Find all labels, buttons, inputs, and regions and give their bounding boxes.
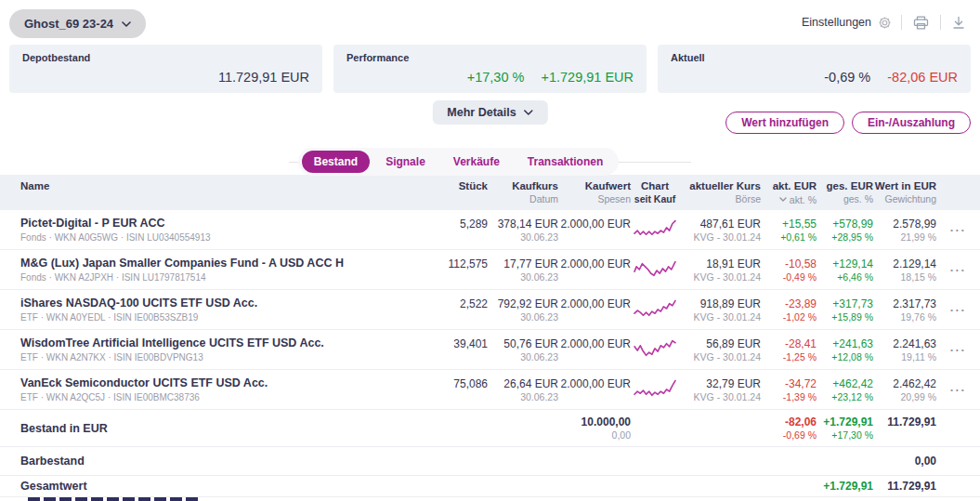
separator: [901, 15, 902, 30]
wert-value: 2.129,14: [873, 257, 936, 271]
chevron-down-icon: [122, 21, 131, 27]
settings-label: Einstellungen: [802, 16, 871, 29]
divider: [619, 162, 691, 163]
row-menu-icon[interactable]: ···: [936, 263, 980, 277]
tab-bestand[interactable]: Bestand: [302, 151, 370, 173]
instrument-name[interactable]: Pictet-Digital - P EUR ACC: [20, 216, 389, 231]
instrument-name[interactable]: M&G (Lux) Japan Smaller Companies Fund -…: [20, 256, 389, 270]
kauf-datum: 30.06.23: [488, 391, 558, 403]
sparkline-chart: [634, 258, 676, 281]
totals-label: Bestand in EUR: [0, 422, 389, 435]
kauf-datum: 30.06.23: [488, 351, 558, 363]
table-row[interactable]: M&G (Lux) Japan Smaller Companies Fund -…: [0, 250, 980, 290]
sort-akt-pct-button[interactable]: akt. %: [779, 194, 817, 205]
printer-icon: [913, 16, 929, 30]
sort-chevron-icon: [779, 197, 787, 202]
add-value-button[interactable]: Wert hinzufügen: [725, 112, 844, 134]
instrument-name[interactable]: WisdomTree Artificial Intelligence UCITS…: [20, 336, 389, 350]
boerse-value: KVG - 30.01.24: [679, 231, 761, 244]
boerse-value: KVG - 30.01.24: [679, 391, 761, 403]
ges-eur-value: +129,14: [817, 257, 873, 271]
ges-pct-value: +23,12 %: [817, 391, 873, 403]
total-wert: 11.729,91: [873, 415, 936, 429]
gewichtung-value: 19,76 %: [873, 311, 936, 323]
tab-verkaeufe[interactable]: Verkäufe: [441, 151, 512, 173]
totals-row-barbestand: Barbestand 0,00: [0, 447, 980, 476]
boerse-value: KVG - 30.01.24: [679, 271, 761, 283]
kaufwert-value: 2.000,00 EUR: [558, 297, 631, 311]
gewichtung-value: 19,11 %: [873, 351, 936, 363]
kurs-value: 487,61 EUR: [679, 217, 761, 231]
totals-label: Barbestand: [0, 455, 389, 468]
akt-eur-value: -23,89: [761, 297, 817, 311]
clipped-section-fragment: [28, 497, 199, 501]
total-kaufwert: 10.000,00: [558, 415, 631, 429]
instrument-name[interactable]: VanEck Semiconductor UCITS ETF USD Acc.: [20, 376, 389, 390]
more-details-button[interactable]: Mehr Details: [432, 100, 547, 125]
totals-row-bestand: Bestand in EUR 10.000,000,00 -82,06-0,69…: [0, 410, 980, 447]
depot-balance-value: 11.729,91 EUR: [218, 70, 309, 85]
kauf-datum: 30.06.23: [488, 231, 558, 244]
separator: [940, 15, 941, 30]
settings-button[interactable]: Einstellungen: [802, 16, 892, 30]
stueck-value: 39,401: [389, 336, 488, 351]
column-header-kurs: aktueller Kurs Börse: [679, 179, 761, 205]
performance-label: Performance: [346, 52, 634, 63]
gear-icon: [878, 16, 892, 30]
table-row[interactable]: iShares NASDAQ-100 UCITS ETF USD Acc. ET…: [0, 290, 980, 330]
kaufkurs-value: 50,76 EUR: [488, 336, 558, 351]
stueck-value: 5,289: [389, 217, 488, 231]
table-row[interactable]: WisdomTree Artificial Intelligence UCITS…: [0, 330, 980, 370]
wert-value: 2.462,42: [873, 376, 936, 391]
row-menu-icon[interactable]: ···: [936, 303, 980, 317]
table-row[interactable]: VanEck Semiconductor UCITS ETF USD Acc. …: [0, 370, 980, 410]
akt-pct-value: -1,39 %: [761, 391, 817, 403]
deposit-withdraw-button[interactable]: Ein-/Auszahlung: [852, 112, 971, 134]
row-menu-icon[interactable]: ···: [936, 223, 980, 237]
wert-value: 2.241,63: [873, 336, 936, 351]
wert-value: 2.578,99: [873, 217, 936, 231]
current-change-label: Aktuell: [671, 52, 958, 63]
barbestand-wert: 0,00: [873, 454, 936, 468]
wert-value: 2.317,73: [873, 297, 936, 311]
instrument-meta: Fonds · WKN A0G5WG · ISIN LU0340554913: [20, 231, 389, 244]
sparkline-chart: [634, 218, 676, 241]
gesamt-wert: 11.729,91: [873, 479, 936, 494]
tab-transaktionen[interactable]: Transaktionen: [516, 151, 615, 173]
tab-signale[interactable]: Signale: [373, 151, 438, 173]
performance-amount: +1.729,91 EUR: [541, 70, 634, 85]
column-header-kaufwert: Kaufwert Spesen: [558, 179, 631, 205]
instrument-meta: ETF · WKN A0YEDL · ISIN IE00B53SZB19: [20, 311, 389, 323]
divider: [289, 162, 298, 163]
tab-bar: Bestand Signale Verkäufe Transaktionen: [298, 148, 619, 176]
download-button[interactable]: [950, 16, 967, 30]
total-akt-pct: -0,69 %: [761, 429, 817, 442]
portfolio-selector[interactable]: Ghost_69 23-24: [9, 9, 146, 38]
akt-pct-value: -1,02 %: [761, 311, 817, 323]
table-header: Name Stück Kaufkurs Datum Kaufwert Spese…: [0, 175, 980, 210]
gewichtung-value: 21,99 %: [873, 231, 936, 244]
print-button[interactable]: [911, 16, 931, 30]
kaufwert-value: 2.000,00 EUR: [558, 217, 631, 231]
action-buttons: Wert hinzufügen Ein-/Auszahlung: [725, 112, 971, 134]
sparkline-chart: [634, 298, 676, 321]
ges-pct-value: +12,08 %: [817, 351, 873, 363]
ges-pct-value: +28,95 %: [817, 231, 873, 244]
kaufwert-value: 2.000,00 EUR: [558, 376, 631, 391]
total-ges-pct: +17,30 %: [817, 429, 873, 442]
top-bar: Ghost_69 23-24 Einstellungen: [0, 0, 980, 45]
instrument-name[interactable]: iShares NASDAQ-100 UCITS ETF USD Acc.: [20, 296, 389, 310]
kaufkurs-value: 378,14 EUR: [488, 217, 558, 231]
column-header-ges: ges. EUR ges. %: [817, 179, 873, 205]
akt-eur-value: +15,55: [761, 217, 817, 231]
row-menu-icon[interactable]: ···: [936, 383, 980, 397]
stueck-value: 112,575: [389, 257, 488, 271]
row-menu-icon[interactable]: ···: [936, 343, 980, 357]
akt-eur-value: -10,58: [761, 257, 817, 271]
sparkline-chart: [634, 378, 676, 401]
gesamt-ges-eur: +1.729,91: [817, 479, 873, 494]
ges-pct-value: +6,46 %: [817, 271, 873, 283]
total-ges-eur: +1.729,91: [817, 415, 873, 429]
akt-pct-value: +0,61 %: [761, 231, 817, 244]
table-row[interactable]: Pictet-Digital - P EUR ACC Fonds · WKN A…: [0, 210, 980, 250]
